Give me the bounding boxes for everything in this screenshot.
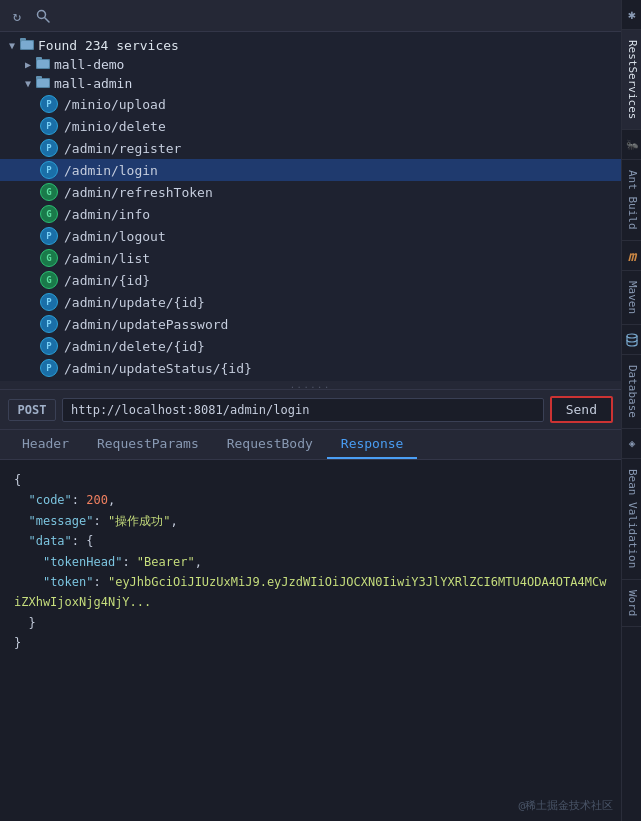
mall-demo-folder-icon <box>36 57 50 72</box>
mall-demo-arrow: ▶ <box>20 59 36 70</box>
resize-handle[interactable]: ...... <box>0 381 621 389</box>
sidebar-tab-database[interactable]: Database <box>622 355 641 429</box>
refresh-icon[interactable]: ↻ <box>8 7 26 25</box>
method-badge-post: P <box>40 315 58 333</box>
endpoint-label: /admin/refreshToken <box>64 185 213 200</box>
endpoint-label: /admin/updateStatus/{id} <box>64 361 252 376</box>
sidebar-tab-ant-build[interactable]: Ant Build <box>622 160 641 241</box>
tree-root[interactable]: ▼ Found 234 services <box>0 36 621 55</box>
tree-panel: ▼ Found 234 services ▶ mall-demo ▼ mall-… <box>0 32 621 381</box>
method-badge-get: G <box>40 249 58 267</box>
tab-response[interactable]: Response <box>327 430 418 459</box>
tab-header[interactable]: Header <box>8 430 83 459</box>
root-arrow: ▼ <box>4 40 20 51</box>
method-badge-post: P <box>40 227 58 245</box>
sidebar-icon-ant: 🐜 <box>622 130 641 160</box>
svg-rect-7 <box>37 60 49 68</box>
request-bar: POST Send <box>0 389 621 430</box>
svg-point-11 <box>627 334 637 338</box>
sidebar-tab-word[interactable]: Word <box>622 580 641 628</box>
tab-request-body[interactable]: RequestBody <box>213 430 327 459</box>
right-sidebar: ✱ RestServices 🐜 Ant Build m Maven Datab… <box>621 0 641 821</box>
tabs-bar: Header RequestParams RequestBody Respons… <box>0 430 621 460</box>
endpoint-admin-login[interactable]: P /admin/login <box>0 159 621 181</box>
endpoint-admin-register[interactable]: P /admin/register <box>0 137 621 159</box>
sidebar-tab-maven[interactable]: Maven <box>622 271 641 325</box>
toolbar: ↻ <box>0 0 621 32</box>
response-line-data: "data": { <box>14 531 607 551</box>
mall-admin-label: mall-admin <box>54 76 132 91</box>
response-line-tokenHead: "tokenHead": "Bearer", <box>14 552 607 572</box>
method-badge-post: P <box>40 359 58 377</box>
mall-admin-arrow: ▼ <box>20 78 36 89</box>
endpoint-admin-updateStatus-id[interactable]: P /admin/updateStatus/{id} <box>0 357 621 379</box>
endpoint-label: /admin/delete/{id} <box>64 339 205 354</box>
endpoint-admin-id[interactable]: G /admin/{id} <box>0 269 621 291</box>
mall-demo-label: mall-demo <box>54 57 124 72</box>
method-badge-post: P <box>40 95 58 113</box>
svg-line-1 <box>45 17 50 22</box>
endpoint-admin-list[interactable]: G /admin/list <box>0 247 621 269</box>
tree-item-mall-admin[interactable]: ▼ mall-admin <box>0 74 621 93</box>
method-badge-get: G <box>40 183 58 201</box>
endpoint-admin-info[interactable]: G /admin/info <box>0 203 621 225</box>
endpoint-admin-logout[interactable]: P /admin/logout <box>0 225 621 247</box>
send-button[interactable]: Send <box>550 396 613 423</box>
endpoint-label: /admin/list <box>64 251 150 266</box>
endpoint-admin-refreshToken[interactable]: G /admin/refreshToken <box>0 181 621 203</box>
endpoint-admin-updatePassword[interactable]: P /admin/updatePassword <box>0 313 621 335</box>
main-content: ↻ ▼ Found 234 services ▶ mall-demo <box>0 0 621 821</box>
sidebar-icon-asterisk: ✱ <box>622 0 641 30</box>
method-badge-post: P <box>40 117 58 135</box>
response-line-close: } <box>14 633 607 653</box>
svg-rect-4 <box>21 41 33 49</box>
svg-rect-10 <box>37 79 49 87</box>
endpoint-label: /minio/upload <box>64 97 166 112</box>
method-badge-get: G <box>40 271 58 289</box>
method-badge-post: P <box>40 293 58 311</box>
svg-rect-9 <box>36 76 42 79</box>
endpoint-admin-delete-id[interactable]: P /admin/delete/{id} <box>0 335 621 357</box>
endpoint-minio-upload[interactable]: P /minio/upload <box>0 93 621 115</box>
method-tag: POST <box>8 399 56 421</box>
method-badge-post: P <box>40 161 58 179</box>
watermark: @稀土掘金技术社区 <box>518 798 613 813</box>
root-folder-icon <box>20 38 34 53</box>
root-label: Found 234 services <box>38 38 179 53</box>
tree-item-mall-demo[interactable]: ▶ mall-demo <box>0 55 621 74</box>
method-badge-get: G <box>40 205 58 223</box>
svg-rect-6 <box>36 57 42 60</box>
method-badge-post: P <box>40 139 58 157</box>
endpoint-label: /admin/{id} <box>64 273 150 288</box>
response-line-token: "token": "eyJhbGciOiJIUzUxMiJ9.eyJzdWIiO… <box>14 572 607 613</box>
sidebar-icon-m: m <box>622 241 641 271</box>
endpoint-label: /admin/info <box>64 207 150 222</box>
response-line-message: "message": "操作成功", <box>14 511 607 531</box>
search-icon[interactable] <box>34 7 52 25</box>
endpoint-label: /admin/update/{id} <box>64 295 205 310</box>
sidebar-tab-bean-validation[interactable]: Bean Validation <box>622 459 641 579</box>
response-line-code: "code": 200, <box>14 490 607 510</box>
endpoint-admin-update-id[interactable]: P /admin/update/{id} <box>0 291 621 313</box>
response-line-data-close: } <box>14 613 607 633</box>
endpoint-label: /admin/register <box>64 141 181 156</box>
response-line-open: { <box>14 470 607 490</box>
sidebar-icon-db <box>622 325 641 355</box>
url-input[interactable] <box>62 398 544 422</box>
endpoint-label: /admin/login <box>64 163 158 178</box>
endpoint-label: /minio/delete <box>64 119 166 134</box>
response-area: { "code": 200, "message": "操作成功", "data"… <box>0 460 621 821</box>
method-badge-post: P <box>40 337 58 355</box>
endpoint-label: /admin/logout <box>64 229 166 244</box>
sidebar-tab-rest-services[interactable]: RestServices <box>622 30 641 130</box>
endpoint-minio-delete[interactable]: P /minio/delete <box>0 115 621 137</box>
sidebar-icon-bean: ◈ <box>622 429 641 459</box>
endpoint-label: /admin/updatePassword <box>64 317 228 332</box>
svg-rect-3 <box>20 38 26 41</box>
tab-request-params[interactable]: RequestParams <box>83 430 213 459</box>
mall-admin-folder-icon <box>36 76 50 91</box>
